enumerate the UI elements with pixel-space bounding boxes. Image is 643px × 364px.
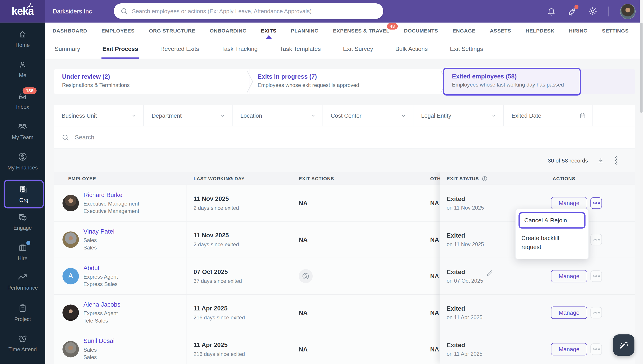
nav-tab-settings[interactable]: SETTINGS <box>602 28 629 34</box>
sidebar-item-label: My Finances <box>8 164 38 170</box>
exit-actions-cell <box>299 269 313 283</box>
sidebar-item-org[interactable]: Org <box>4 180 44 208</box>
status-text: Exited <box>447 232 484 239</box>
popup-item-cancel-rejoin[interactable]: Cancel & Rejoin <box>518 212 585 228</box>
stage-card-exits-in-progress[interactable]: Exits in progress (7) Employees whose ex… <box>249 69 444 94</box>
topbar-divider <box>608 6 609 16</box>
nav-tab-hiring[interactable]: HIRING <box>569 28 588 34</box>
employee-name-link[interactable]: Richard Burke <box>84 191 139 198</box>
filter-label: Department <box>152 112 182 119</box>
scrollbar-thumb[interactable] <box>640 23 642 113</box>
home-icon <box>18 30 27 39</box>
sidebar-item-my-team[interactable]: My Team <box>0 122 45 140</box>
filter-location[interactable]: Location <box>233 105 323 126</box>
edit-exit-date-pencil-icon[interactable] <box>486 269 494 277</box>
row-more-actions-button[interactable] <box>590 198 602 209</box>
nav-tab-dashboard[interactable]: DASHBOARD <box>53 28 87 34</box>
nav-tab-exits[interactable]: EXITS <box>261 28 277 34</box>
other-cell: NA <box>430 273 439 280</box>
dollar-circle-icon <box>18 152 28 162</box>
employee-cell: Sunil Desai Sales Sales <box>54 331 187 364</box>
global-search[interactable]: Search employees or actions (Ex: Apply L… <box>114 3 383 19</box>
subtab-task-templates[interactable]: Task Templates <box>279 39 322 59</box>
nav-tab-helpdesk[interactable]: HELPDESK <box>526 28 555 34</box>
employee-name-link[interactable]: Abdul <box>84 264 118 271</box>
sidebar-item-performance[interactable]: Performance <box>0 273 45 291</box>
subtab-reverted-exits[interactable]: Reverted Exits <box>160 39 200 59</box>
employee-cell: A Abdul Express Agent Express Sales <box>54 258 187 294</box>
nav-tab-documents[interactable]: DOCUMENTS <box>404 28 438 34</box>
employee-dept: Sales <box>84 244 114 252</box>
sidebar-item-me[interactable]: Me <box>0 60 45 78</box>
sidebar-item-my-finances[interactable]: My Finances <box>0 152 45 170</box>
employee-role: Express Agent <box>84 310 121 317</box>
filter-business-unit[interactable]: Business Unit <box>54 105 144 126</box>
table-options-kebab-icon[interactable] <box>614 156 619 165</box>
subtab-task-tracking[interactable]: Task Tracking <box>221 39 259 59</box>
ai-assistant-wand-button[interactable] <box>613 334 634 356</box>
notifications-bell-icon[interactable] <box>547 7 556 16</box>
lwd-date: 11 Nov 2025 <box>193 195 239 202</box>
person-icon <box>18 60 27 69</box>
sidebar-item-inbox[interactable]: 186 Inbox <box>0 91 45 110</box>
settlement-dollar-icon[interactable] <box>299 269 313 283</box>
sidebar-item-project[interactable]: Project <box>0 303 45 322</box>
whats-new-rocket-icon[interactable] <box>567 6 577 16</box>
stage-card-under-review[interactable]: Under review (2) Resignations & Terminat… <box>54 69 249 94</box>
subtab-bulk-actions[interactable]: Bulk Actions <box>394 39 429 59</box>
sidebar-item-hire[interactable]: Hire <box>0 242 45 261</box>
manage-button[interactable]: Manage <box>551 306 587 319</box>
sidebar-item-engage[interactable]: Engage <box>0 212 45 231</box>
lwd-since: 37 days since exited <box>193 278 242 284</box>
settings-gear-icon[interactable] <box>588 6 597 16</box>
nav-tab-onboarding[interactable]: ONBOARDING <box>210 28 247 34</box>
filter-bar-filler <box>593 105 635 126</box>
download-icon[interactable] <box>597 156 605 164</box>
filter-exited-date[interactable]: Exited Date <box>504 105 593 126</box>
filter-cost-center[interactable]: Cost Center <box>323 105 413 126</box>
nav-tab-employees[interactable]: EMPLOYEES <box>101 28 134 34</box>
sidebar-item-home[interactable]: Home <box>0 30 45 48</box>
subtab-exit-settings[interactable]: Exit Settings <box>449 39 484 59</box>
nav-tab-assets[interactable]: ASSETS <box>490 28 511 34</box>
employee-name-link[interactable]: Alena Jacobs <box>84 301 121 308</box>
manage-button[interactable]: Manage <box>551 270 587 282</box>
exits-sub-nav: Summary Exit Process Reverted Exits Task… <box>45 39 643 59</box>
filter-department[interactable]: Department <box>144 105 233 126</box>
status-date: on 07 Oct 2025 <box>447 278 483 284</box>
employee-role: Sales <box>84 346 115 354</box>
sidebar-item-label: My Team <box>12 134 34 140</box>
manage-button[interactable]: Manage <box>551 197 587 209</box>
subtab-summary[interactable]: Summary <box>54 39 81 59</box>
pinned-status-actions-panel: EXIT STATUS ACTIONS Exited on 11 Nov 202… <box>440 172 635 364</box>
nav-tab-org-structure[interactable]: ORG STRUCTURE <box>149 28 195 34</box>
alarm-clock-icon <box>18 334 28 344</box>
table-search-input[interactable] <box>74 133 240 141</box>
subtab-exit-survey[interactable]: Exit Survey <box>342 39 374 59</box>
other-cell: NA <box>430 200 439 207</box>
row-more-actions-button[interactable] <box>590 344 602 355</box>
expenses-badge: 48 <box>387 23 398 30</box>
manage-button[interactable]: Manage <box>551 343 587 355</box>
sidebar-item-time-attend[interactable]: Time Attend <box>0 334 45 352</box>
employee-cell: Richard Burke Executive Management Execu… <box>54 185 187 221</box>
employee-name-link[interactable]: Sunil Desai <box>84 337 115 344</box>
nav-tab-expenses-travel[interactable]: EXPENSES & TRAVEL48 <box>333 28 390 34</box>
nav-tab-planning[interactable]: PLANNING <box>291 28 319 34</box>
subtab-exit-process[interactable]: Exit Process <box>101 39 139 59</box>
status-text: Exited <box>447 305 483 312</box>
pinned-row: Exited on 11 Apr 2025 Manage <box>440 331 635 364</box>
popup-item-create-backfill[interactable]: Create backfill request <box>516 232 577 255</box>
info-icon[interactable] <box>481 176 488 182</box>
employee-avatar-initial: A <box>62 268 79 284</box>
row-more-actions-button[interactable] <box>590 307 602 318</box>
employee-name-link[interactable]: Vinay Patel <box>84 228 114 235</box>
keka-logo[interactable]: keka <box>0 0 45 23</box>
filter-legal-entity[interactable]: Legal Entity <box>413 105 504 126</box>
nav-tab-engage[interactable]: ENGAGE <box>453 28 475 34</box>
row-more-actions-button[interactable] <box>590 270 602 282</box>
employee-dept: Express Sales <box>84 280 118 288</box>
stage-card-exited-employees[interactable]: Exited employees (58) Employees whose la… <box>443 68 581 96</box>
user-avatar[interactable] <box>620 4 636 19</box>
row-more-actions-button[interactable] <box>590 234 602 245</box>
